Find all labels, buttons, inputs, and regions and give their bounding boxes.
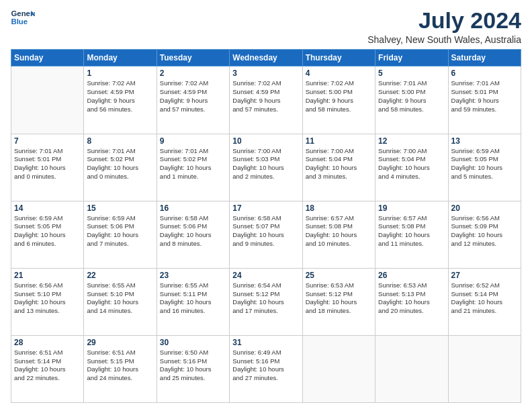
- day-number: 26: [378, 271, 445, 280]
- weekday-header-wednesday: Wednesday: [230, 50, 302, 66]
- cell-info: Sunrise: 7:01 AMSunset: 5:00 PMDaylight:…: [378, 79, 445, 113]
- day-number: 24: [232, 271, 299, 280]
- weekday-header-friday: Friday: [375, 50, 448, 66]
- day-number: 11: [306, 136, 372, 146]
- week-row-5: 28Sunrise: 6:51 AMSunset: 5:14 PMDayligh…: [11, 335, 521, 402]
- calendar-cell: 16Sunrise: 6:58 AMSunset: 5:06 PMDayligh…: [157, 201, 229, 268]
- day-number: 16: [160, 203, 226, 213]
- day-number: 14: [14, 203, 81, 213]
- day-number: 29: [87, 338, 153, 347]
- cell-info: Sunrise: 7:00 AMSunset: 5:04 PMDaylight:…: [306, 147, 372, 181]
- calendar-cell: 12Sunrise: 7:00 AMSunset: 5:04 PMDayligh…: [375, 134, 448, 201]
- day-number: 12: [378, 136, 445, 146]
- calendar-cell: 23Sunrise: 6:55 AMSunset: 5:11 PMDayligh…: [157, 268, 229, 335]
- calendar-cell: 2Sunrise: 7:02 AMSunset: 4:59 PMDaylight…: [157, 66, 229, 134]
- calendar-cell: 21Sunrise: 6:56 AMSunset: 5:10 PMDayligh…: [11, 268, 84, 335]
- calendar-cell: 1Sunrise: 7:02 AMSunset: 4:59 PMDaylight…: [84, 66, 157, 134]
- calendar-cell: 3Sunrise: 7:02 AMSunset: 4:59 PMDaylight…: [230, 66, 302, 134]
- day-number: 21: [14, 271, 81, 280]
- calendar-cell: 22Sunrise: 6:55 AMSunset: 5:10 PMDayligh…: [84, 268, 157, 335]
- day-number: 22: [87, 271, 153, 280]
- cell-info: Sunrise: 6:53 AMSunset: 5:12 PMDaylight:…: [306, 281, 372, 316]
- calendar-cell: 8Sunrise: 7:01 AMSunset: 5:02 PMDaylight…: [84, 134, 157, 201]
- page: General Blue July 2024 Shalvey, New Sout…: [0, 0, 532, 411]
- day-number: 6: [451, 68, 518, 78]
- day-number: 3: [232, 68, 299, 78]
- cell-info: Sunrise: 6:59 AMSunset: 5:05 PMDaylight:…: [451, 147, 518, 181]
- weekday-header-thursday: Thursday: [302, 50, 375, 66]
- cell-info: Sunrise: 7:01 AMSunset: 5:02 PMDaylight:…: [87, 147, 153, 181]
- calendar-cell: 5Sunrise: 7:01 AMSunset: 5:00 PMDaylight…: [375, 66, 448, 134]
- day-number: 4: [306, 68, 372, 78]
- calendar-cell: 14Sunrise: 6:59 AMSunset: 5:05 PMDayligh…: [11, 201, 84, 268]
- cell-info: Sunrise: 6:51 AMSunset: 5:14 PMDaylight:…: [14, 349, 81, 383]
- weekday-header-monday: Monday: [84, 50, 157, 66]
- calendar-cell: 24Sunrise: 6:54 AMSunset: 5:12 PMDayligh…: [230, 268, 302, 335]
- cell-info: Sunrise: 7:02 AMSunset: 4:59 PMDaylight:…: [160, 79, 226, 113]
- calendar-cell: 4Sunrise: 7:02 AMSunset: 5:00 PMDaylight…: [302, 66, 375, 134]
- cell-info: Sunrise: 6:55 AMSunset: 5:10 PMDaylight:…: [87, 281, 153, 316]
- day-number: 20: [451, 203, 518, 213]
- day-number: 27: [451, 271, 518, 280]
- day-number: 8: [87, 136, 153, 146]
- calendar-cell: 17Sunrise: 6:58 AMSunset: 5:07 PMDayligh…: [230, 201, 302, 268]
- cell-info: Sunrise: 6:52 AMSunset: 5:14 PMDaylight:…: [451, 281, 518, 316]
- cell-info: Sunrise: 6:49 AMSunset: 5:16 PMDaylight:…: [232, 349, 299, 383]
- calendar-cell: [302, 335, 375, 402]
- cell-info: Sunrise: 7:01 AMSunset: 5:01 PMDaylight:…: [14, 147, 81, 181]
- day-number: 9: [160, 136, 226, 146]
- calendar-cell: 20Sunrise: 6:56 AMSunset: 5:09 PMDayligh…: [448, 201, 521, 268]
- day-number: 28: [14, 338, 81, 347]
- cell-info: Sunrise: 6:57 AMSunset: 5:08 PMDaylight:…: [378, 214, 445, 248]
- cell-info: Sunrise: 6:53 AMSunset: 5:13 PMDaylight:…: [378, 281, 445, 316]
- logo-icon: General Blue: [11, 8, 35, 27]
- weekday-header-sunday: Sunday: [11, 50, 84, 66]
- calendar-cell: 27Sunrise: 6:52 AMSunset: 5:14 PMDayligh…: [448, 268, 521, 335]
- calendar-cell: 25Sunrise: 6:53 AMSunset: 5:12 PMDayligh…: [302, 268, 375, 335]
- day-number: 30: [160, 338, 226, 347]
- cell-info: Sunrise: 6:57 AMSunset: 5:08 PMDaylight:…: [306, 214, 372, 248]
- day-number: 23: [160, 271, 226, 280]
- calendar-cell: [375, 335, 448, 402]
- calendar-cell: 10Sunrise: 7:00 AMSunset: 5:03 PMDayligh…: [230, 134, 302, 201]
- weekday-header-tuesday: Tuesday: [157, 50, 229, 66]
- cell-info: Sunrise: 6:56 AMSunset: 5:09 PMDaylight:…: [451, 214, 518, 248]
- cell-info: Sunrise: 6:55 AMSunset: 5:11 PMDaylight:…: [160, 281, 226, 316]
- calendar-cell: [448, 335, 521, 402]
- calendar-cell: 15Sunrise: 6:59 AMSunset: 5:06 PMDayligh…: [84, 201, 157, 268]
- location-subtitle: Shalvey, New South Wales, Australia: [367, 34, 521, 45]
- day-number: 17: [232, 203, 299, 213]
- weekday-header-saturday: Saturday: [448, 50, 521, 66]
- title-block: July 2024 Shalvey, New South Wales, Aust…: [367, 8, 521, 45]
- cell-info: Sunrise: 7:02 AMSunset: 5:00 PMDaylight:…: [306, 79, 372, 113]
- day-number: 13: [451, 136, 518, 146]
- cell-info: Sunrise: 6:58 AMSunset: 5:07 PMDaylight:…: [232, 214, 299, 248]
- day-number: 1: [87, 68, 153, 78]
- calendar-cell: 26Sunrise: 6:53 AMSunset: 5:13 PMDayligh…: [375, 268, 448, 335]
- calendar-cell: [11, 66, 84, 134]
- day-number: 19: [378, 203, 445, 213]
- day-number: 15: [87, 203, 153, 213]
- day-number: 31: [232, 338, 299, 347]
- day-number: 5: [378, 68, 445, 78]
- header: General Blue July 2024 Shalvey, New Sout…: [11, 8, 521, 45]
- cell-info: Sunrise: 7:02 AMSunset: 4:59 PMDaylight:…: [232, 79, 299, 113]
- cell-info: Sunrise: 6:58 AMSunset: 5:06 PMDaylight:…: [160, 214, 226, 248]
- day-number: 10: [232, 136, 299, 146]
- week-row-1: 1Sunrise: 7:02 AMSunset: 4:59 PMDaylight…: [11, 66, 521, 134]
- day-number: 18: [306, 203, 372, 213]
- calendar-cell: 28Sunrise: 6:51 AMSunset: 5:14 PMDayligh…: [11, 335, 84, 402]
- cell-info: Sunrise: 7:00 AMSunset: 5:03 PMDaylight:…: [232, 147, 299, 181]
- cell-info: Sunrise: 7:00 AMSunset: 5:04 PMDaylight:…: [378, 147, 445, 181]
- calendar-cell: 13Sunrise: 6:59 AMSunset: 5:05 PMDayligh…: [448, 134, 521, 201]
- weekday-header-row: SundayMondayTuesdayWednesdayThursdayFrid…: [11, 50, 521, 66]
- calendar-cell: 9Sunrise: 7:01 AMSunset: 5:02 PMDaylight…: [157, 134, 229, 201]
- cell-info: Sunrise: 7:01 AMSunset: 5:02 PMDaylight:…: [160, 147, 226, 181]
- logo: General Blue: [11, 8, 35, 27]
- calendar-cell: 30Sunrise: 6:50 AMSunset: 5:16 PMDayligh…: [157, 335, 229, 402]
- calendar-cell: 7Sunrise: 7:01 AMSunset: 5:01 PMDaylight…: [11, 134, 84, 201]
- calendar-table: SundayMondayTuesdayWednesdayThursdayFrid…: [11, 49, 521, 403]
- calendar-cell: 29Sunrise: 6:51 AMSunset: 5:15 PMDayligh…: [84, 335, 157, 402]
- cell-info: Sunrise: 6:59 AMSunset: 5:06 PMDaylight:…: [87, 214, 153, 248]
- cell-info: Sunrise: 6:54 AMSunset: 5:12 PMDaylight:…: [232, 281, 299, 316]
